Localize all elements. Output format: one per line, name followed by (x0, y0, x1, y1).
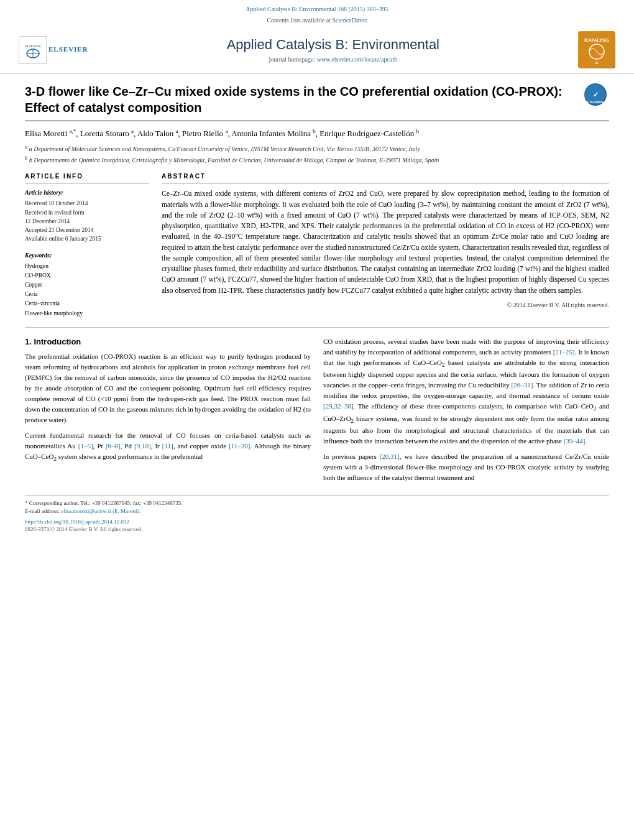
homepage-url[interactable]: www.elsevier.com/locate/apcatb (317, 56, 397, 63)
footer-section: * Corresponding author. Tel.: +39 041236… (25, 495, 609, 533)
phase-link[interactable]: [39–44] (564, 437, 586, 445)
journal-homepage: journal homepage: www.elsevier.com/locat… (88, 55, 578, 64)
article-info-abstract-row: ARTICLE INFO Article history: Received 1… (25, 172, 609, 318)
abstract-label: ABSTRACT (162, 172, 609, 183)
svg-text:ELSEVIER: ELSEVIER (25, 45, 41, 48)
copyright-line: © 2014 Elsevier B.V. All rights reserved… (162, 301, 609, 310)
svg-text:CrossMark: CrossMark (587, 100, 604, 104)
abstract-text: Ce–Zr–Cu mixed oxide systems, with diffe… (162, 188, 609, 296)
svg-text:B: B (595, 61, 599, 65)
intro-para1: The preferential oxidation (CO-PROX) rea… (25, 351, 311, 425)
history-label: Article history: (25, 188, 149, 197)
catalysis-logo-image: ICATALYSIS B (579, 32, 615, 68)
article-title-text: 3-D flower like Ce–Zr–Cu mixed oxide sys… (25, 83, 575, 116)
svg-text:ICATALYSIS: ICATALYSIS (584, 38, 609, 42)
affiliation-b: b b Departamento de Química Inorgánica, … (25, 155, 609, 165)
main-content: 3-D flower like Ce–Zr–Cu mixed oxide sys… (0, 74, 634, 543)
elsevier-logo: ELSEVIER ELSEVIER (19, 36, 88, 64)
svg-text:✓: ✓ (593, 91, 599, 98)
intro-right-col: CO oxidation process, several studies ha… (323, 336, 609, 489)
journal-title-center: Applied Catalysis B: Environmental journ… (88, 35, 578, 65)
intro-para2: Current fundamental research for the rem… (25, 430, 311, 463)
keyword-flower: Flower-like morphology (25, 309, 149, 318)
keyword-hydrogen: Hydrogen (25, 262, 149, 271)
footnote-text: * Corresponding author. Tel.: +39 041236… (25, 499, 609, 516)
body-divider (25, 327, 609, 328)
received-date: Received 10 October 2014 (25, 199, 149, 208)
crossmark-icon[interactable]: ✓ CrossMark (584, 83, 607, 106)
keyword-ceria: Ceria (25, 290, 149, 299)
keyword-ceria-zirconia: Ceria–zirconia (25, 299, 149, 308)
email-label: E-mail address: (25, 508, 60, 514)
revised-label: Received in revised form (25, 208, 149, 217)
crossmark-badge: ✓ CrossMark (584, 83, 609, 108)
contents-line: Contents lists available at ScienceDirec… (12, 16, 622, 25)
article-title: 3-D flower like Ce–Zr–Cu mixed oxide sys… (25, 83, 575, 116)
abstract-col: ABSTRACT Ce–Zr–Cu mixed oxide systems, w… (162, 172, 609, 318)
keyword-co-prox: CO-PROX (25, 271, 149, 280)
catalysis-logo: ICATALYSIS B (578, 31, 615, 68)
issn-line: 0926-3373/© 2014 Elsevier B.V. All right… (25, 525, 609, 533)
elsevier-icon: ELSEVIER (21, 38, 45, 62)
intro-right-para2: In previous papers [20,31], we have desc… (323, 451, 609, 483)
affiliations: a a Department of Molecular Sciences and… (25, 144, 609, 165)
affiliation-a: a a Department of Molecular Sciences and… (25, 144, 609, 154)
online-date: Available online 6 January 2015 (25, 234, 149, 243)
keywords-block: Keywords: Hydrogen CO-PROX Copper Ceria … (25, 251, 149, 318)
keyword-copper: Copper (25, 280, 149, 290)
journal-citation: Applied Catalysis B: Environmental 168 (… (12, 5, 622, 14)
revised-date: 12 December 2014 (25, 217, 149, 226)
journal-header: Applied Catalysis B: Environmental 168 (… (0, 0, 634, 74)
email-address[interactable]: elisa.moretti@unive.it (E. Moretti). (61, 508, 140, 514)
intro-heading: 1. Introduction (25, 336, 311, 348)
introduction-section: 1. Introduction The preferential oxidati… (25, 336, 609, 489)
intro-right-para1: CO oxidation process, several studies ha… (323, 336, 609, 447)
accepted-date: Accepted 21 December 2014 (25, 226, 149, 234)
article-info-col: ARTICLE INFO Article history: Received 1… (25, 172, 149, 318)
elsevier-text: ELSEVIER (48, 45, 88, 54)
keywords-label: Keywords: (25, 251, 149, 260)
journal-title: Applied Catalysis B: Environmental (88, 35, 578, 55)
intro-left-col: 1. Introduction The preferential oxidati… (25, 336, 311, 489)
article-info-label: ARTICLE INFO (25, 172, 149, 183)
authors: Elisa Moretti a,*, Loretta Storaro a, Al… (25, 127, 609, 140)
doi-line[interactable]: http://dx.doi.org/10.1016/j.apcatb.2014.… (25, 518, 609, 526)
journal-logo-row: ELSEVIER ELSEVIER Applied Catalysis B: E… (12, 29, 622, 71)
article-title-section: 3-D flower like Ce–Zr–Cu mixed oxide sys… (25, 83, 609, 121)
article-history: Article history: Received 10 October 201… (25, 188, 149, 243)
sciencedirect-link[interactable]: ScienceDirect (332, 17, 367, 24)
